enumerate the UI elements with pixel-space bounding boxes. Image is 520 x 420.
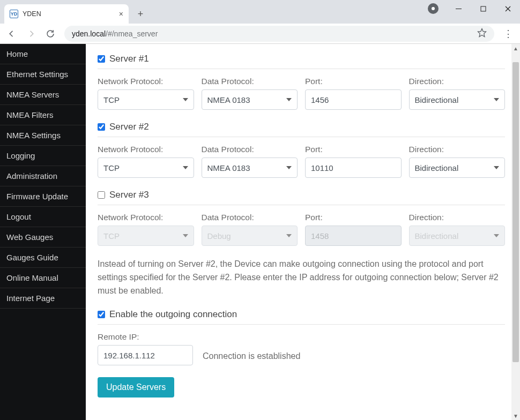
bookmark-star-icon[interactable] [477, 28, 487, 39]
network-protocol-label: Network Protocol: [98, 213, 194, 222]
scrollbar-thumb[interactable] [512, 62, 519, 362]
scroll-down-icon[interactable]: ▼ [511, 411, 520, 420]
direction-label: Direction: [409, 77, 506, 86]
connection-status: Connection is established [203, 351, 300, 365]
browser-tab[interactable]: YD YDEN × [4, 4, 129, 24]
sidebar-item-online-manual[interactable]: Online Manual [0, 268, 86, 288]
sidebar-item-firmware-update[interactable]: Firmware Update [0, 186, 86, 207]
reload-button[interactable] [42, 25, 59, 42]
new-tab-button[interactable]: + [133, 6, 148, 21]
direction-label: Direction: [409, 213, 506, 222]
address-bar[interactable]: yden.local/#/nmea_server [64, 26, 494, 42]
server-1-enable-checkbox[interactable] [98, 55, 105, 63]
outgoing-description: Instead of turning on Server #2, the Dev… [98, 258, 505, 297]
sidebar-item-administration[interactable]: Administration [0, 166, 86, 186]
sidebar-item-gauges-guide[interactable]: Gauges Guide [0, 248, 86, 268]
url-host: yden.local [72, 29, 106, 38]
server-3-data-protocol-select: Debug [202, 226, 298, 246]
tab-title: YDEN [23, 10, 115, 18]
server-1-direction-select[interactable]: Bidirectional [409, 89, 506, 110]
sidebar: HomeEthernet SettingsNMEA ServersNMEA Fi… [0, 44, 86, 420]
sidebar-item-nmea-settings[interactable]: NMEA Settings [0, 125, 86, 146]
window-minimize-button[interactable] [446, 0, 471, 17]
browser-titlebar: YD YDEN × + [0, 0, 520, 24]
window-close-button[interactable] [495, 0, 520, 17]
favicon: YD [10, 10, 18, 18]
server-3-direction-select: Bidirectional [409, 226, 506, 246]
server-3-title: Server #3 [109, 190, 149, 200]
port-label: Port: [305, 77, 402, 86]
server-1-data-protocol-select[interactable]: NMEA 0183 [202, 89, 298, 110]
server-2-port-input[interactable] [305, 158, 402, 178]
sidebar-item-internet-page[interactable]: Internet Page [0, 288, 86, 309]
network-protocol-label: Network Protocol: [98, 145, 194, 154]
port-label: Port: [305, 145, 402, 154]
server-2-title: Server #2 [109, 122, 149, 132]
tab-close-icon[interactable]: × [119, 10, 123, 18]
server-1-network-protocol-select[interactable]: TCP [98, 89, 194, 110]
browser-menu-icon[interactable]: ⋮ [500, 25, 517, 42]
remote-ip-label: Remote IP: [98, 332, 193, 342]
browser-toolbar: yden.local/#/nmea_server ⋮ [0, 24, 520, 44]
server-3-port-input [305, 226, 402, 246]
sidebar-item-logout[interactable]: Logout [0, 207, 86, 227]
profile-icon[interactable] [428, 3, 439, 14]
server-3-network-protocol-select: TCP [98, 226, 194, 246]
network-protocol-label: Network Protocol: [98, 77, 194, 86]
server-3-enable-checkbox[interactable] [98, 191, 105, 199]
svg-rect-1 [481, 6, 486, 11]
sidebar-item-logging[interactable]: Logging [0, 146, 86, 166]
port-label: Port: [305, 213, 402, 222]
sidebar-item-web-gauges[interactable]: Web Gauges [0, 227, 86, 248]
update-servers-button[interactable]: Update Servers [98, 377, 174, 398]
server-2-network-protocol-select[interactable]: TCP [98, 158, 194, 178]
data-protocol-label: Data Protocol: [202, 145, 298, 154]
remote-ip-input[interactable] [98, 345, 193, 365]
sidebar-item-ethernet-settings[interactable]: Ethernet Settings [0, 64, 86, 85]
window-maximize-button[interactable] [471, 0, 495, 17]
enable-outgoing-label: Enable the outgoing connection [109, 309, 237, 320]
direction-label: Direction: [409, 145, 506, 154]
sidebar-item-home[interactable]: Home [0, 44, 86, 64]
server-1-title: Server #1 [109, 54, 149, 64]
data-protocol-label: Data Protocol: [202, 213, 298, 222]
svg-marker-4 [478, 29, 486, 37]
url-path: /#/nmea_server [106, 29, 158, 38]
server-2-data-protocol-select[interactable]: NMEA 0183 [202, 158, 298, 178]
server-2-enable-checkbox[interactable] [98, 123, 105, 131]
sidebar-item-nmea-servers[interactable]: NMEA Servers [0, 85, 86, 105]
main-content: Server #1Network Protocol:TCPData Protoc… [86, 44, 520, 420]
back-button[interactable] [3, 25, 20, 42]
server-1-port-input[interactable] [305, 89, 402, 110]
server-2-direction-select[interactable]: Bidirectional [409, 158, 506, 178]
data-protocol-label: Data Protocol: [202, 77, 298, 86]
forward-button[interactable] [23, 25, 40, 42]
sidebar-item-nmea-filters[interactable]: NMEA Filters [0, 105, 86, 125]
scroll-up-icon[interactable]: ▲ [511, 44, 520, 52]
enable-outgoing-checkbox[interactable] [98, 311, 105, 318]
vertical-scrollbar[interactable]: ▲ ▼ [511, 44, 520, 420]
